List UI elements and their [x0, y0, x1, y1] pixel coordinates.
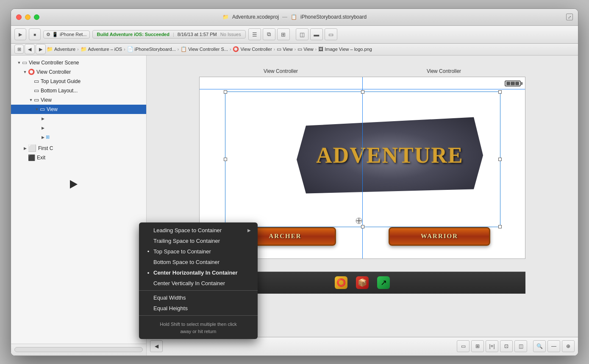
run-button[interactable]: ▶ [14, 28, 26, 40]
menu-item-bottom-space[interactable]: Bottom Space to Container [139, 257, 258, 267]
menu-leading-label: Leading Space to Container [153, 227, 222, 233]
battery-bar-3 [515, 82, 519, 85]
selected-view-border[interactable] [225, 92, 500, 227]
build-issues-label: No Issues [220, 32, 241, 37]
debug-panel-button[interactable]: ▬ [310, 28, 323, 40]
menu-item-center-v[interactable]: Center Vertically In Container [139, 278, 258, 289]
breadcrumb-vc-scene[interactable]: 📋 View Controller S... [181, 46, 228, 52]
sidebar-item-constraint2[interactable]: ▶ [11, 123, 146, 133]
sidebar-item-constraint1[interactable]: ▶ [11, 114, 146, 123]
scheme-label: iPhone Ret... [60, 32, 87, 37]
sidebar-item-bottom-layout[interactable]: ▭ Bottom Layout... [11, 86, 146, 95]
canvas-bottom-toolbar: ◀ ▭ ⊞ |+| ⊡ ◫ 🔍 — ⊕ [147, 337, 578, 356]
warrior-button[interactable]: Warrior [389, 227, 490, 246]
xcode-icon: ⚙ [46, 32, 50, 37]
sidebar-scrollbar[interactable] [14, 347, 143, 352]
handle-br[interactable] [498, 225, 502, 228]
view2-label: View [47, 106, 58, 112]
dock-icon-green[interactable]: ↗ [377, 276, 390, 289]
stop-button[interactable]: ■ [29, 28, 41, 40]
sidebar-item-vc[interactable]: ▼ ⭕ View Controller [11, 67, 146, 77]
menu-bottom-label: Bottom Space to Container [153, 259, 219, 265]
menu-item-equal-heights[interactable]: Equal Heights [139, 303, 258, 314]
scene-icon: 📋 [181, 46, 187, 52]
sidebar-item-view1[interactable]: ▼ ▭ View [11, 95, 146, 105]
menu-item-equal-widths[interactable]: Equal Widths [139, 292, 258, 303]
sidebar-item-view2[interactable]: ▼ ▭ View [11, 105, 146, 114]
editor-version-button[interactable]: ⊞ [277, 28, 290, 40]
breadcrumb-vc[interactable]: ⭕ View Controller [233, 46, 272, 52]
utility-panel-button[interactable]: ▭ [325, 28, 337, 40]
breadcrumb-bar: ⊞ ◀ ▶ 📁 Adventure › 📁 Adventure – iOS › … [11, 44, 578, 56]
battery-bar [506, 82, 510, 85]
build-time-label: 8/16/13 at 1:57 PM [178, 32, 217, 37]
sidebar: ▼ ▭ View Controller Scene ▼ ⭕ View Contr… [11, 56, 147, 356]
editor-standard-button[interactable]: ☰ [248, 28, 261, 40]
traffic-lights [16, 14, 39, 20]
menu-item-trailing-space[interactable]: Trailing Space to Container [139, 236, 258, 246]
breadcrumb-image-view[interactable]: 🖼 Image View – logo.png [318, 46, 372, 52]
breadcrumb-back[interactable]: ◀ [25, 44, 35, 54]
vc-icon: ⭕ [233, 46, 239, 52]
close-button[interactable] [16, 14, 22, 20]
dock-icon-red[interactable]: 📦 [356, 276, 369, 289]
sidebar-item-vc-scene[interactable]: ▼ ▭ View Controller Scene [11, 58, 146, 67]
menu-arrow [70, 180, 78, 189]
handle-ml[interactable] [224, 158, 227, 161]
canvas-nav-back[interactable]: ◀ [150, 340, 163, 352]
handle-mr[interactable] [498, 158, 502, 161]
sidebar-tree: ▼ ▭ View Controller Scene ▼ ⭕ View Contr… [11, 56, 146, 344]
menu-item-leading-space[interactable]: Leading Space to Container [139, 225, 258, 236]
build-status-label: Build Adventure iOS: Succeeded [97, 32, 169, 37]
titlebar-title: 📁 Adventure.xcodeproj — 📋 iPhoneStoryboa… [222, 14, 367, 20]
zoom-out-btn[interactable]: 🔍 [533, 340, 546, 352]
editor-assistant-button[interactable]: ⧉ [263, 28, 275, 40]
top-layout-icon: ▭ [34, 78, 39, 84]
file-icon: 📋 [291, 14, 297, 20]
nav-panel-button[interactable]: ◫ [296, 28, 308, 40]
sidebar-item-first[interactable]: ▶ ⬜ First C [11, 144, 146, 153]
sidebar-footer [11, 344, 146, 356]
sidebar-item-exit[interactable]: ⬛ Exit [11, 153, 146, 162]
menu-item-top-space[interactable]: • Top Space to Container [139, 246, 258, 257]
breadcrumb-view1[interactable]: ▭ View [277, 46, 293, 52]
breadcrumb-adventure-ios[interactable]: 📁 Adventure – iOS [81, 46, 122, 52]
device-icon: 📱 [52, 32, 58, 37]
constraint-icon-canvas [356, 217, 362, 226]
breadcrumb-forward[interactable]: ▶ [36, 44, 46, 54]
context-menu: Leading Space to Container Trailing Spac… [139, 222, 258, 339]
dock-icon-yellow[interactable]: ⭕ [335, 276, 347, 289]
handle-tl[interactable] [224, 90, 227, 94]
top-guide-line [200, 89, 525, 89]
scheme-selector[interactable]: ⚙ 📱 iPhone Ret... [43, 31, 90, 39]
pin-btn[interactable]: ⊡ [500, 340, 513, 352]
zoom-in-btn[interactable]: ⊕ [562, 340, 575, 352]
view-icon-2: ▭ [297, 46, 302, 52]
menu-center-v-label: Center Vertically In Container [153, 280, 225, 286]
sidebar-item-top-layout[interactable]: ▭ Top Layout Guide [11, 77, 146, 86]
maximize-button[interactable] [34, 14, 39, 20]
spacing-btn[interactable]: |+| [486, 340, 498, 352]
view1-icon: ▭ [34, 97, 39, 103]
grid-snap-btn[interactable]: ⊞ [471, 340, 484, 352]
fullscreen-button[interactable]: ⤢ [566, 14, 573, 20]
constraint-icon: ⊞ [46, 134, 50, 140]
breadcrumb: 📁 Adventure › 📁 Adventure – iOS › 📄 iPho… [47, 46, 575, 52]
vc-headers: View Controller View Controller [199, 68, 525, 74]
vc-header-1: View Controller [264, 68, 298, 74]
minimize-button[interactable] [25, 14, 31, 20]
handle-tm[interactable] [361, 90, 364, 94]
menu-item-center-h[interactable]: • Center Horizontally In Container [139, 267, 258, 278]
menu-center-h-label: Center Horizontally In Container [153, 270, 238, 276]
breadcrumb-view2[interactable]: ▭ View [297, 46, 314, 52]
breadcrumb-storyboard[interactable]: 📄 iPhoneStoryboard... [127, 46, 176, 52]
breadcrumb-adventure[interactable]: 📁 Adventure [47, 46, 75, 52]
editor-layout-btn[interactable]: ▭ [457, 340, 470, 352]
sidebar-item-constraint3[interactable]: ▶ ⊞ [11, 133, 146, 142]
handle-tr[interactable] [498, 90, 502, 94]
zoom-reset-btn[interactable]: — [547, 340, 560, 352]
view1-label: View [41, 97, 52, 103]
menu-top-label: Top Space to Container [153, 248, 211, 255]
navigator-toggle[interactable]: ⊞ [14, 44, 24, 54]
resolve-btn[interactable]: ◫ [514, 340, 527, 352]
